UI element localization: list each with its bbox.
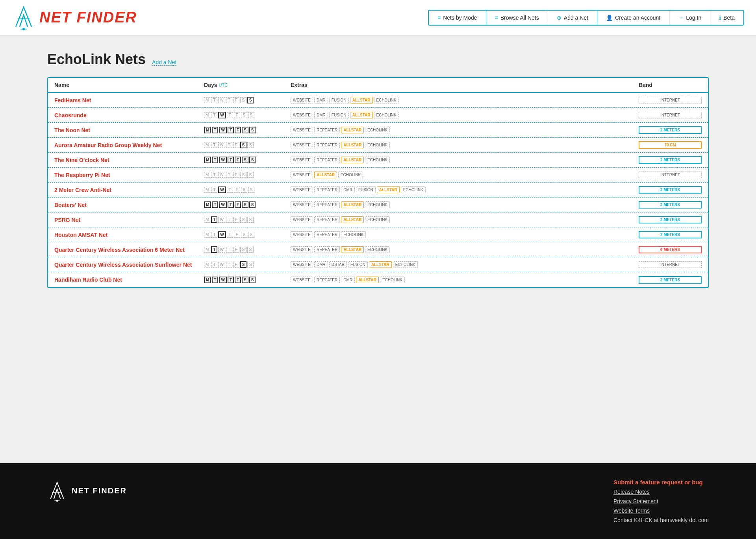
days-row: MTWTFSS: [204, 231, 291, 238]
table-row: Houston AMSAT NetMTWTFSSWEBSITEREPEATERE…: [48, 227, 708, 242]
nav-log-in[interactable]: → Log In: [669, 11, 710, 25]
extras-row: WEBSITEREPEATERDMRFUSIONALLSTARECHOLINK: [291, 186, 639, 193]
contact-info: Contact K4HCK at hamweekly dot com: [613, 517, 709, 523]
days-row: MTWTFSS: [204, 127, 291, 133]
extras-row: WEBSITEDMRDSTARFUSIONALLSTARECHOLINK: [291, 261, 639, 268]
nav-beta-label: Beta: [723, 15, 735, 21]
days-row: MTWTFSS: [204, 186, 291, 193]
net-name[interactable]: 2 Meter Crew Anti-Net: [54, 187, 204, 193]
nav-browse-label: Browse All Nets: [500, 15, 539, 21]
col-header-name: Name: [54, 82, 204, 88]
col-header-band: Band: [639, 82, 702, 88]
table-row: The Noon NetMTWTFSSWEBSITEREPEATERALLSTA…: [48, 123, 708, 138]
net-name[interactable]: Quarter Century Wireless Association Sun…: [54, 262, 204, 268]
col-utc-label: UTC: [219, 83, 228, 87]
nav-beta[interactable]: ℹ Beta: [710, 11, 743, 25]
days-row: MTWTFSS: [204, 112, 291, 118]
table-row: 2 Meter Crew Anti-NetMTWTFSSWEBSITEREPEA…: [48, 183, 708, 198]
days-row: MTWTFSS: [204, 246, 291, 253]
col-header-days: Days UTC: [204, 82, 291, 88]
nav-create-account[interactable]: 👤 Create an Account: [597, 11, 669, 25]
extras-row: WEBSITEREPEATERALLSTARECHOLINK: [291, 216, 639, 223]
add-icon: ⊕: [557, 15, 561, 21]
net-name[interactable]: The Noon Net: [54, 127, 204, 133]
nets-table: Name Days UTC Extras Band FediHams NetMT…: [47, 77, 709, 288]
table-row: Boaters' NetMTWTFSSWEBSITEREPEATERALLSTA…: [48, 198, 708, 212]
extras-row: WEBSITEDMRFUSIONALLSTARECHOLINK: [291, 97, 639, 103]
extras-row: WEBSITEREPEATERALLSTARECHOLINK: [291, 201, 639, 208]
main-nav: ≡ Nets by Mode ≡ Browse All Nets ⊕ Add a…: [428, 10, 744, 26]
days-row: MTWTFSS: [204, 172, 291, 178]
table-row: The Raspberry Pi NetMTWTFSSWEBSITEALLSTA…: [48, 168, 708, 183]
add-net-link[interactable]: Add a Net: [152, 59, 176, 66]
release-notes-link[interactable]: Release Notes: [613, 489, 709, 495]
extras-row: WEBSITEREPEATERALLSTARECHOLINK: [291, 157, 639, 163]
table-row: Quarter Century Wireless Association Sun…: [48, 257, 708, 272]
days-row: MTWTFSS: [204, 97, 291, 103]
table-row: FediHams NetMTWTFSSWEBSITEDMRFUSIONALLST…: [48, 93, 708, 108]
net-name[interactable]: Houston AMSAT Net: [54, 232, 204, 238]
band-badge: 2 METERS: [639, 231, 702, 238]
footer-links: Submit a feature request or bug Release …: [613, 479, 709, 523]
footer-logo-text: NET FINDER: [72, 486, 127, 495]
net-name[interactable]: The Nine O'clock Net: [54, 157, 204, 163]
nav-nets-by-mode[interactable]: ≡ Nets by Mode: [429, 11, 486, 25]
table-body: FediHams NetMTWTFSSWEBSITEDMRFUSIONALLST…: [48, 93, 708, 287]
footer-logo: NET FINDER: [47, 479, 127, 502]
net-name[interactable]: The Raspberry Pi Net: [54, 172, 204, 178]
days-row: MTWTFSS: [204, 201, 291, 208]
table-row: Aurora Amateur Radio Group Weekly NetMTW…: [48, 138, 708, 153]
extras-row: WEBSITEREPEATERALLSTARECHOLINK: [291, 246, 639, 253]
days-row: MTWTFSS: [204, 277, 291, 283]
net-name[interactable]: PSRG Net: [54, 217, 204, 223]
extras-row: WEBSITEREPEATERDMRALLSTARECHOLINK: [291, 277, 639, 283]
main-content: EchoLink Nets Add a Net Name Days UTC Ex…: [0, 35, 756, 463]
nav-login-label: Log In: [686, 15, 701, 21]
table-row: Handiham Radio Club NetMTWTFSSWEBSITEREP…: [48, 272, 708, 287]
page-title-row: EchoLink Nets Add a Net: [47, 51, 709, 68]
terms-link[interactable]: Website Terms: [613, 508, 709, 514]
net-name[interactable]: Aurora Amateur Radio Group Weekly Net: [54, 142, 204, 148]
privacy-link[interactable]: Privacy Statement: [613, 498, 709, 504]
band-badge: 2 METERS: [639, 201, 702, 209]
table-row: PSRG NetMTWTFSSWEBSITEREPEATERALLSTARECH…: [48, 212, 708, 227]
band-badge: 2 METERS: [639, 126, 702, 134]
logo-text: NET FINDER: [39, 9, 137, 26]
nav-create-label: Create an Account: [615, 15, 660, 21]
nav-browse-all-nets[interactable]: ≡ Browse All Nets: [486, 11, 548, 25]
net-name[interactable]: Chaosrunde: [54, 112, 204, 118]
user-icon: 👤: [606, 15, 613, 21]
band-badge: 2 METERS: [639, 276, 702, 284]
browse-icon: ≡: [495, 15, 498, 21]
extras-row: WEBSITEREPEATERECHOLINK: [291, 231, 639, 238]
net-name[interactable]: Handiham Radio Club Net: [54, 277, 204, 283]
band-badge: 2 METERS: [639, 186, 702, 194]
table-row: The Nine O'clock NetMTWTFSSWEBSITEREPEAT…: [48, 153, 708, 168]
extras-row: WEBSITEALLSTARECHOLINK: [291, 172, 639, 178]
days-row: MTWTFSS: [204, 157, 291, 163]
table-header: Name Days UTC Extras Band: [48, 78, 708, 93]
net-name[interactable]: Boaters' Net: [54, 202, 204, 208]
days-row: MTWTFSS: [204, 216, 291, 223]
logo: NET FINDER: [12, 3, 137, 32]
band-badge: 2 METERS: [639, 156, 702, 164]
logo-icon: [12, 3, 35, 32]
extras-row: WEBSITEREPEATERALLSTARECHOLINK: [291, 127, 639, 133]
band-badge: INTERNET: [639, 172, 702, 178]
col-header-extras: Extras: [291, 82, 639, 88]
table-row: Quarter Century Wireless Association 6 M…: [48, 242, 708, 257]
header: NET FINDER ≡ Nets by Mode ≡ Browse All N…: [0, 0, 756, 35]
extras-row: WEBSITEDMRFUSIONALLSTARECHOLINK: [291, 112, 639, 118]
nets-by-mode-icon: ≡: [437, 15, 441, 21]
nav-add-net[interactable]: ⊕ Add a Net: [548, 11, 597, 25]
feature-request-link[interactable]: Submit a feature request or bug: [613, 479, 709, 485]
net-name[interactable]: Quarter Century Wireless Association 6 M…: [54, 247, 204, 253]
footer: NET FINDER Submit a feature request or b…: [0, 463, 756, 539]
band-badge: 2 METERS: [639, 216, 702, 223]
band-badge: INTERNET: [639, 97, 702, 103]
band-badge: INTERNET: [639, 112, 702, 118]
days-row: MTWTFSS: [204, 261, 291, 268]
page-title: EchoLink Nets: [47, 51, 146, 68]
net-name[interactable]: FediHams Net: [54, 97, 204, 103]
nav-add-label: Add a Net: [564, 15, 588, 21]
